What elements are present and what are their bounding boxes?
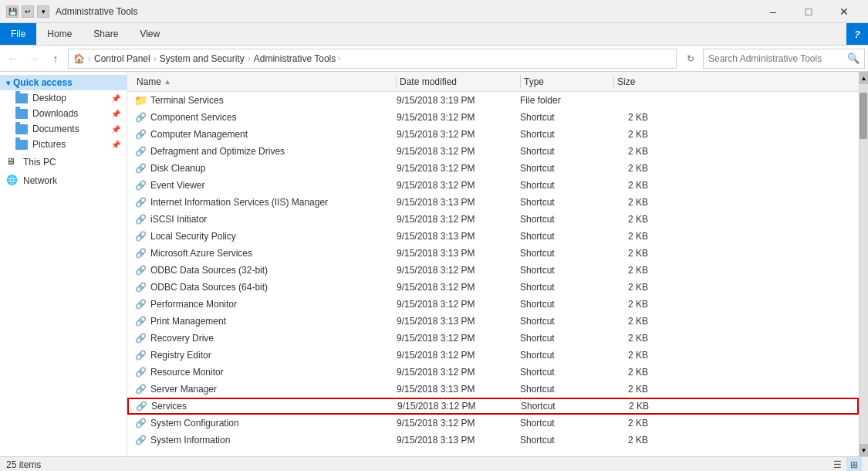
file-type: Shortcut [521,401,613,412]
file-size: 2 KB [613,435,674,446]
file-row[interactable]: 🔗 iSCSI Initiator 9/15/2018 3:12 PM Shor… [127,211,859,228]
file-row[interactable]: 🔗 Computer Management 9/15/2018 3:12 PM … [127,126,859,143]
back-button[interactable]: ← [3,49,22,68]
file-name: 🔗 Component Services [134,111,397,124]
refresh-button[interactable]: ↻ [681,49,700,68]
file-row[interactable]: 🔗 Disk Cleanup 9/15/2018 3:12 PM Shortcu… [127,160,859,177]
file-row[interactable]: 🔗 Services 9/15/2018 3:12 PM Shortcut 2 … [127,398,859,415]
quick-access-header[interactable]: ▾ Quick access [0,75,127,90]
close-button[interactable]: ✕ [826,0,862,23]
downloads-pin-icon: 📌 [111,110,120,118]
file-type: Shortcut [520,384,613,395]
sidebar-item-this-pc[interactable]: 🖥 This PC [0,154,127,171]
file-row[interactable]: 🔗 ODBC Data Sources (64-bit) 9/15/2018 3… [127,279,859,296]
main-layout: ▾ Quick access Desktop 📌 Downloads 📌 Doc… [0,72,868,456]
properties-icon[interactable]: ▾ [37,5,49,18]
up-button[interactable]: ↑ [46,49,65,68]
file-row[interactable]: 🔗 Microsoft Azure Services 9/15/2018 3:1… [127,245,859,262]
shortcut-icon: 🔗 [134,298,147,310]
address-bar: ← → ↑ 🏠 › Control Panel › System and Sec… [0,46,868,72]
file-size: 2 KB [613,350,674,361]
scroll-down-button[interactable]: ▼ [860,444,869,456]
scrollbar-thumb[interactable] [860,93,867,139]
col-header-date[interactable]: Date modified [397,76,520,87]
file-name: 🔗 Event Viewer [134,179,397,191]
sidebar-item-downloads[interactable]: Downloads 📌 [0,106,127,121]
shortcut-icon: 🔗 [134,179,147,191]
file-row[interactable]: 🔗 Registry Editor 9/15/2018 3:12 PM Shor… [127,347,859,364]
view-large-icons-button[interactable]: ⊞ [846,457,862,472]
quick-save-icon[interactable]: 💾 [6,5,19,18]
file-row[interactable]: 🔗 Resource Monitor 9/15/2018 3:12 PM Sho… [127,364,859,381]
column-headers: Name ▲ Date modified Type Size [127,72,859,92]
sidebar-item-pictures[interactable]: Pictures 📌 [0,137,127,152]
file-size: 2 KB [613,384,674,395]
file-size: 2 KB [613,367,674,378]
file-row[interactable]: 🔗 System Information 9/15/2018 3:13 PM S… [127,432,859,449]
file-size: 2 KB [613,231,674,242]
file-row[interactable]: 🔗 Local Security Policy 9/15/2018 3:13 P… [127,228,859,245]
search-input[interactable] [708,53,844,64]
file-type: Shortcut [520,299,613,310]
shortcut-icon: 🔗 [134,196,147,208]
file-name: 🔗 Print Management [134,315,397,327]
file-type: Shortcut [520,180,613,191]
file-size: 2 KB [613,214,674,225]
shortcut-icon: 🔗 [134,264,147,276]
sidebar-item-network[interactable]: 🌐 Network [0,172,127,189]
file-type: Shortcut [520,367,613,378]
file-row[interactable]: 🔗 Component Services 9/15/2018 3:12 PM S… [127,109,859,126]
downloads-icon [15,109,28,119]
file-date: 9/15/2018 3:12 PM [397,299,520,310]
shortcut-icon: 🔗 [134,213,147,225]
tab-share[interactable]: Share [83,23,129,45]
file-row[interactable]: 🔗 Performance Monitor 9/15/2018 3:12 PM … [127,296,859,313]
file-name: 🔗 ODBC Data Sources (32-bit) [134,264,397,276]
undo-icon[interactable]: ↩ [22,5,34,18]
documents-label: Documents [32,124,79,134]
file-row[interactable]: 🔗 Defragment and Optimize Drives 9/15/20… [127,143,859,160]
file-row[interactable]: 🔗 ODBC Data Sources (32-bit) 9/15/2018 3… [127,262,859,279]
col-header-size[interactable]: Size [614,76,676,87]
forward-button[interactable]: → [25,49,43,68]
folder-icon: 📁 [134,94,147,107]
breadcrumb-system-security[interactable]: System and Security [160,53,245,64]
breadcrumb-control-panel[interactable]: Control Panel [94,53,150,64]
file-row[interactable]: 🔗 Print Management 9/15/2018 3:13 PM Sho… [127,313,859,330]
help-button[interactable]: ? [846,23,868,45]
view-details-button[interactable]: ☰ [829,457,845,472]
shortcut-icon: 🔗 [134,366,147,378]
shortcut-icon: 🔗 [134,111,147,124]
file-name: 🔗 Computer Management [134,128,397,141]
scroll-up-button[interactable]: ▲ [860,72,869,84]
tab-home[interactable]: Home [36,23,83,45]
file-size: 2 KB [613,248,674,259]
sidebar-item-documents[interactable]: Documents 📌 [0,121,127,137]
file-size: 2 KB [613,316,674,327]
file-type: Shortcut [520,146,613,157]
file-row[interactable]: 🔗 Server Manager 9/15/2018 3:13 PM Short… [127,381,859,398]
file-row[interactable]: 🔗 Internet Information Services (IIS) Ma… [127,194,859,211]
file-size: 2 KB [613,282,674,293]
file-type: Shortcut [520,248,613,259]
file-date: 9/15/2018 3:13 PM [397,384,520,395]
file-row[interactable]: 📁 Terminal Services 9/15/2018 3:19 PM Fi… [127,92,859,109]
file-row[interactable]: 🔗 System Configuration 9/15/2018 3:12 PM… [127,415,859,432]
path-end-chevron: › [338,54,340,63]
col-header-type[interactable]: Type [521,76,613,87]
desktop-pin-icon: 📌 [111,94,120,103]
minimize-button[interactable]: – [755,0,791,23]
maximize-button[interactable]: □ [791,0,826,23]
file-size: 2 KB [613,146,674,157]
col-header-name[interactable]: Name ▲ [133,76,396,87]
file-name: 📁 Terminal Services [134,94,397,107]
tab-view[interactable]: View [129,23,171,45]
search-box[interactable]: 🔍 [703,49,865,69]
sidebar-item-desktop[interactable]: Desktop 📌 [0,90,127,106]
file-row[interactable]: 🔗 Recovery Drive 9/15/2018 3:12 PM Short… [127,330,859,347]
quick-access-label: Quick access [13,77,73,88]
file-row[interactable]: 🔗 Event Viewer 9/15/2018 3:12 PM Shortcu… [127,177,859,194]
breadcrumb-admin-tools[interactable]: Administrative Tools [254,53,336,64]
tab-file[interactable]: File [0,23,36,45]
address-path[interactable]: 🏠 › Control Panel › System and Security … [68,49,677,69]
